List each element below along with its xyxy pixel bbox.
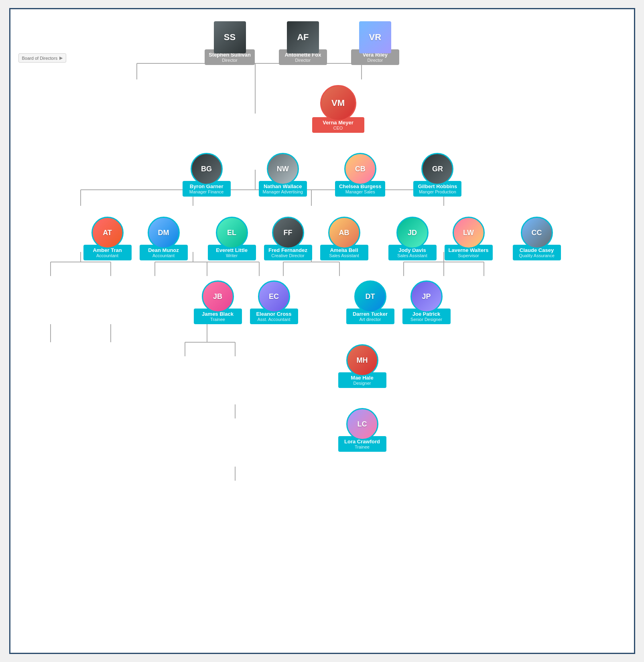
title-lora: Trainee (342, 445, 382, 449)
title-jody: Sales Assistant (392, 253, 433, 258)
title-verna: CEO (316, 126, 360, 130)
person-lora: LC Lora Crawford Trainee (338, 408, 386, 452)
avatar-chelsea: CB (344, 153, 376, 185)
staff-row: AT Amber Tran Accountant DM Dean Munoz A… (18, 217, 626, 260)
ceo-row: VM Verna Meyer CEO (306, 85, 370, 133)
avatar-byron: BG (191, 153, 223, 185)
substaff-row: JB James Black Trainee EC Eleanor Cross … (18, 280, 626, 324)
avatar-dean: DM (148, 217, 180, 249)
title-dean: Accountant (144, 253, 184, 258)
title-antoinette: Director (283, 58, 323, 63)
avatar-nathan: NW (267, 153, 299, 185)
initials-byron: BG (201, 165, 212, 173)
avatar-claude: CC (521, 217, 553, 249)
initials-claude: CC (532, 229, 542, 237)
title-amber: Accountant (87, 253, 128, 258)
person-mae: MH Mae Hale Designer (338, 344, 386, 388)
person-antoinette: AF Antoinette Fox Director (279, 21, 327, 65)
initials-darren: DT (366, 292, 375, 301)
initials-antoinette: AF (297, 32, 309, 43)
title-vera: Director (355, 58, 395, 63)
avatar-laverne: LW (453, 217, 485, 249)
initials-james: JB (213, 292, 222, 301)
initials-dean: DM (158, 229, 169, 237)
initials-nathan: NW (277, 165, 289, 173)
person-nathan: NW Nathan Wallace Manager Advertising (259, 153, 307, 197)
person-verna: VM Verna Meyer CEO (312, 85, 364, 133)
avatar-amelia: AB (328, 217, 360, 249)
title-everett: Writer (212, 253, 252, 258)
title-fred: Creative Director (268, 253, 308, 258)
mae-row: MH Mae Hale Designer (59, 344, 635, 388)
title-amelia: Sales Assistant (324, 253, 364, 258)
initials-amelia: AB (339, 229, 349, 237)
title-gilbert: Manger Production (417, 189, 457, 194)
avatar-mae: MH (346, 344, 378, 376)
chart-container: Board of Directors (9, 8, 635, 654)
initials-fred: FF (284, 229, 293, 237)
title-eleanor: Asst. Accountant (254, 317, 294, 322)
title-laverne: Supervisor (449, 253, 489, 258)
title-claude: Quality Assurance (517, 253, 557, 258)
avatar-stephen: SS (214, 21, 246, 53)
person-vera: VR Vera Riley Director (351, 21, 399, 65)
org-chart: SS Stephen Sullivan Director AF Antoinet… (18, 21, 626, 452)
directors-row: SS Stephen Sullivan Director AF Antoinet… (9, 21, 606, 65)
title-nathan: Manager Advertising (263, 189, 303, 194)
avatar-fred: FF (272, 217, 304, 249)
person-amelia: AB Amelia Bell Sales Assistant (320, 217, 368, 260)
person-joe: JP Joe Patrick Senior Designer (402, 280, 451, 324)
person-eleanor: EC Eleanor Cross Asst. Accountant (250, 280, 298, 324)
initials-lora: LC (358, 420, 367, 428)
person-amber: AT Amber Tran Accountant (83, 217, 132, 260)
person-jody: JD Jody Davis Sales Assistant (388, 217, 437, 260)
title-chelsea: Manager Sales (339, 189, 382, 194)
initials-stephen: SS (224, 32, 236, 43)
person-james: JB James Black Trainee (194, 280, 242, 324)
initials-amber: AT (103, 229, 112, 237)
title-stephen: Director (209, 58, 251, 63)
person-claude: CC Claude Casey Quality Assurance (513, 217, 561, 260)
avatar-everett: EL (216, 217, 248, 249)
person-everett: EL Everett Little Writer (208, 217, 256, 260)
avatar-lora: LC (346, 408, 378, 440)
managers-row: BG Byron Garner Manager Finance NW Natha… (18, 153, 626, 197)
person-darren: DT Darren Tucker Art director (346, 280, 394, 324)
avatar-antoinette: AF (287, 21, 319, 53)
avatar-eleanor: EC (258, 280, 290, 313)
avatar-darren: DT (354, 280, 386, 313)
title-darren: Art director (350, 317, 390, 322)
person-chelsea: CB Chelsea Burgess Manager Sales (335, 153, 386, 197)
person-laverne: LW Laverne Walters Supervisor (445, 217, 493, 260)
title-byron: Manager Finance (187, 189, 227, 194)
lora-row: LC Lora Crawford Trainee (59, 408, 635, 452)
initials-vera: VR (369, 32, 382, 43)
person-fred: FF Fred Fernandez Creative Director (264, 217, 312, 260)
avatar-vera: VR (359, 21, 391, 53)
initials-chelsea: CB (355, 165, 366, 173)
initials-laverne: LW (463, 229, 474, 237)
person-gilbert: GR Gilbert Robbins Manger Production (413, 153, 461, 197)
person-stephen: SS Stephen Sullivan Director (205, 21, 255, 65)
initials-everett: EL (227, 229, 236, 237)
avatar-gilbert: GR (421, 153, 453, 185)
initials-eleanor: EC (269, 292, 279, 301)
avatar-joe: JP (410, 280, 443, 313)
title-james: Trainee (198, 317, 238, 322)
person-dean: DM Dean Munoz Accountant (140, 217, 188, 260)
avatar-james: JB (202, 280, 234, 313)
initials-verna: VM (331, 98, 345, 108)
person-byron: BG Byron Garner Manager Finance (183, 153, 231, 197)
avatar-jody: JD (396, 217, 429, 249)
avatar-amber: AT (91, 217, 124, 249)
title-mae: Designer (342, 381, 382, 386)
avatar-verna: VM (320, 85, 356, 121)
initials-joe: JP (422, 292, 431, 301)
title-joe: Senior Designer (406, 317, 447, 322)
initials-gilbert: GR (432, 165, 443, 173)
initials-jody: JD (408, 229, 417, 237)
initials-mae: MH (357, 356, 368, 365)
